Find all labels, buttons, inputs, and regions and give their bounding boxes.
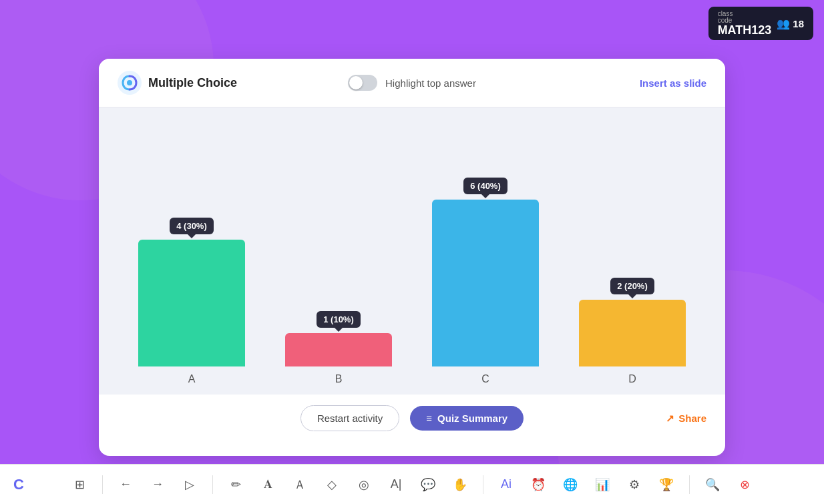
toolbar-textbox-icon[interactable]: A| <box>387 475 405 494</box>
toolbar-logo: C <box>13 476 24 493</box>
svg-point-1 <box>127 80 132 85</box>
toolbar-text-icon[interactable]: 𝐀 <box>258 475 277 494</box>
highlight-label: Highlight top answer <box>385 77 476 89</box>
class-code-value: MATH123 <box>718 24 772 36</box>
toolbar-gesture-icon[interactable]: ✋ <box>451 475 469 494</box>
bar-group-c: 6 (40%) C <box>432 178 539 395</box>
bar-group-d: 2 (20%) D <box>579 278 686 395</box>
bar-a <box>138 240 245 366</box>
bar-c <box>432 200 539 366</box>
card-header: Multiple Choice Highlight top answer Ins… <box>99 59 725 107</box>
toolbar-globe-icon[interactable]: 🌐 <box>561 475 580 494</box>
toolbar-settings-icon[interactable]: ⚙ <box>625 475 644 494</box>
toolbar-pen-icon[interactable]: ✏ <box>226 475 245 494</box>
toolbar-grid-icon[interactable]: ⊞ <box>70 475 89 494</box>
bar-label-c: C <box>481 373 489 395</box>
quiz-summary-button[interactable]: ≡ Quiz Summary <box>410 406 524 431</box>
tooltip-b: 1 (10%) <box>317 311 361 328</box>
tooltip-c: 6 (40%) <box>463 178 507 194</box>
question-type-label: Multiple Choice <box>148 76 237 90</box>
tooltip-a: 4 (30%) <box>170 218 214 234</box>
toolbar-shape-icon[interactable]: ◇ <box>323 475 341 494</box>
bar-group-b: 1 (10%) B <box>285 311 392 395</box>
share-button[interactable]: ↗ Share <box>666 413 706 425</box>
toolbar-trophy-icon[interactable]: 🏆 <box>657 475 676 494</box>
toolbar-search-icon[interactable]: 🔍 <box>703 475 722 494</box>
share-icon: ↗ <box>666 413 674 425</box>
main-card: Multiple Choice Highlight top answer Ins… <box>99 59 725 456</box>
students-icon: 👥 <box>777 17 790 30</box>
bar-label-a: A <box>188 373 196 395</box>
class-code-label: classcode <box>718 11 772 24</box>
top-bar: classcode MATH123 👥 18 <box>708 7 813 40</box>
chart-area: 4 (30%) A 1 (10%) B 6 (40%) C 2 (20%) <box>99 107 725 395</box>
toolbar-play-icon[interactable]: ▷ <box>180 475 199 494</box>
toolbar-chat-icon[interactable]: 💬 <box>419 475 437 494</box>
toolbar-stop-icon[interactable]: ⊗ <box>735 475 754 494</box>
toolbar-ai-icon[interactable]: Ai <box>497 475 516 494</box>
insert-as-slide-button[interactable]: Insert as slide <box>640 77 706 89</box>
bar-group-a: 4 (30%) A <box>138 218 245 395</box>
bottom-toolbar: C ⊞ ← → ▷ ✏ 𝐀 Ａ ◇ ◎ A| 💬 ✋ Ai ⏰ 🌐 📊 ⚙ 🏆 … <box>0 464 824 504</box>
card-footer: Restart activity ≡ Quiz Summary ↗ Share <box>99 395 725 442</box>
highlight-toggle[interactable] <box>348 75 377 91</box>
bar-b <box>285 333 392 366</box>
tooltip-d: 2 (20%) <box>610 278 654 294</box>
classpoint-logo-icon <box>118 71 142 95</box>
bar-label-b: B <box>335 373 343 395</box>
restart-activity-button[interactable]: Restart activity <box>300 405 399 431</box>
toolbar-eraser-icon[interactable]: ◎ <box>355 475 373 494</box>
bar-label-d: D <box>628 373 636 395</box>
toolbar-chart-icon[interactable]: 📊 <box>593 475 612 494</box>
toolbar-text2-icon[interactable]: Ａ <box>290 475 309 494</box>
toolbar-timer-icon[interactable]: ⏰ <box>529 475 548 494</box>
toolbar-back-icon[interactable]: ← <box>116 475 135 494</box>
bar-d <box>579 300 686 366</box>
toolbar-forward-icon[interactable]: → <box>148 475 167 494</box>
quiz-summary-icon: ≡ <box>426 413 432 424</box>
students-count: 👥 18 <box>777 17 804 30</box>
